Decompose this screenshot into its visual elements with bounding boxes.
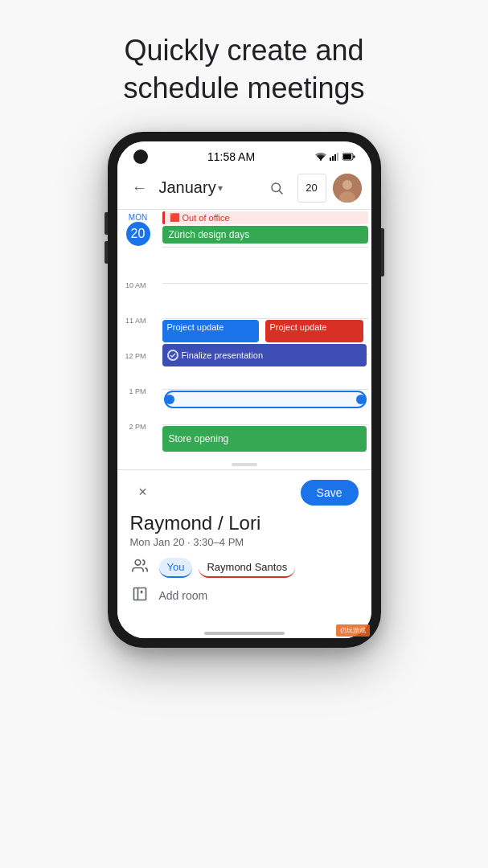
back-button[interactable]: ← xyxy=(127,175,153,201)
home-indicator xyxy=(117,627,371,638)
events-column: 🟥 Out of office Zürich design days xyxy=(159,210,371,460)
time-label-1pm: 1 PM xyxy=(125,387,150,423)
power-side-button xyxy=(381,228,384,276)
svg-point-0 xyxy=(320,159,322,161)
range-handle-right[interactable] xyxy=(356,395,366,404)
project-update-blue-label: Project update xyxy=(167,322,224,332)
headline-line1: Quickly create and xyxy=(124,34,363,67)
meeting-title: Raymond / Lori xyxy=(130,512,359,534)
svg-rect-1 xyxy=(330,158,331,161)
project-update-blue-event[interactable]: Project update xyxy=(162,320,259,342)
svg-rect-3 xyxy=(334,154,336,161)
day-column: Mon 20 10 AM 11 AM 12 PM 1 PM 2 PM xyxy=(117,210,159,460)
svg-rect-4 xyxy=(337,153,338,161)
month-label: January xyxy=(159,178,216,197)
close-button[interactable]: × xyxy=(130,480,156,506)
room-icon xyxy=(130,586,150,606)
svg-point-11 xyxy=(342,180,352,190)
finalize-label: Finalize presentation xyxy=(182,350,264,360)
attendee-chip-you[interactable]: You xyxy=(159,558,193,578)
calendar-view: Mon 20 10 AM 11 AM 12 PM 1 PM 2 PM xyxy=(117,209,371,460)
attendee-chip-raymond[interactable]: Raymond Santos xyxy=(199,558,295,578)
day-name: Mon xyxy=(129,213,147,222)
out-of-office-event[interactable]: 🟥 Out of office xyxy=(162,211,368,224)
out-of-office-icon: 🟥 xyxy=(170,213,179,222)
out-of-office-label: Out of office xyxy=(182,213,230,223)
time-label-9am xyxy=(125,252,150,281)
svg-point-8 xyxy=(272,183,281,192)
all-day-events: 🟥 Out of office Zürich design days xyxy=(162,210,368,248)
project-update-red-event[interactable]: Project update xyxy=(265,320,364,342)
time-label-12pm: 12 PM xyxy=(125,352,150,387)
svg-point-13 xyxy=(135,559,141,565)
signal-icon xyxy=(330,149,339,164)
add-room-row[interactable]: Add room xyxy=(130,586,359,606)
watermark: 仍玩游戏 xyxy=(336,624,370,637)
volume-up-button xyxy=(105,212,108,235)
user-avatar[interactable] xyxy=(333,174,362,203)
svg-rect-2 xyxy=(332,156,334,161)
svg-rect-14 xyxy=(133,588,146,600)
day-badge: Mon 20 xyxy=(126,210,150,252)
front-camera xyxy=(133,149,148,164)
attendees-row: You Raymond Santos xyxy=(130,558,359,578)
home-bar[interactable] xyxy=(204,632,285,635)
scroll-indicator xyxy=(117,460,371,469)
finalize-presentation-event[interactable]: Finalize presentation xyxy=(162,344,367,366)
svg-line-9 xyxy=(279,190,282,194)
page-header: Quickly create and schedule meetings xyxy=(91,0,396,124)
meeting-panel: × Save Raymond / Lori Mon Jan 20 · 3:30–… xyxy=(117,469,371,627)
date-badge[interactable]: 20 xyxy=(297,174,326,203)
day-number: 20 xyxy=(126,222,150,246)
time-range-selector[interactable] xyxy=(164,391,367,408)
volume-buttons xyxy=(105,212,108,264)
project-update-red-label: Project update xyxy=(270,322,327,332)
meeting-time: Mon Jan 20 · 3:30–4 PM xyxy=(130,536,359,548)
power-button xyxy=(381,228,384,276)
app-bar: ← January ▾ 20 xyxy=(117,167,371,209)
month-dropdown-arrow: ▾ xyxy=(218,182,223,194)
time-labels: 10 AM 11 AM 12 PM 1 PM 2 PM xyxy=(125,252,150,458)
battery-icon xyxy=(342,149,355,164)
timed-events: Project update Project update Finalize p… xyxy=(162,248,368,460)
check-circle-icon xyxy=(167,350,178,361)
attendee-chips: You Raymond Santos xyxy=(159,558,296,578)
status-bar: 11:58 AM xyxy=(117,141,371,167)
status-time: 11:58 AM xyxy=(207,150,255,163)
headline-line2: schedule meetings xyxy=(123,72,364,104)
add-room-label: Add room xyxy=(159,589,208,602)
month-selector[interactable]: January ▾ xyxy=(159,178,256,197)
search-button[interactable] xyxy=(262,174,291,203)
time-label-11am: 11 AM xyxy=(125,317,150,352)
range-handle-left[interactable] xyxy=(165,395,174,404)
people-icon xyxy=(130,558,150,578)
svg-rect-6 xyxy=(343,154,351,159)
panel-header: × Save xyxy=(130,480,359,506)
save-button[interactable]: Save xyxy=(301,480,359,506)
zurich-label: Zürich design days xyxy=(169,229,250,240)
scroll-pill xyxy=(232,463,257,466)
wifi-icon xyxy=(315,149,326,164)
zurich-event[interactable]: Zürich design days xyxy=(162,226,368,244)
time-label-2pm: 2 PM xyxy=(125,423,150,458)
volume-down-button xyxy=(105,241,108,264)
store-opening-label: Store opening xyxy=(169,433,229,444)
store-opening-event[interactable]: Store opening xyxy=(162,426,367,452)
time-label-10am: 10 AM xyxy=(125,281,150,317)
phone-screen: 11:58 AM xyxy=(117,141,371,638)
phone-frame: 11:58 AM xyxy=(108,132,381,648)
svg-rect-7 xyxy=(353,155,355,158)
phone-body: 11:58 AM xyxy=(108,132,381,648)
status-icons xyxy=(315,149,355,164)
